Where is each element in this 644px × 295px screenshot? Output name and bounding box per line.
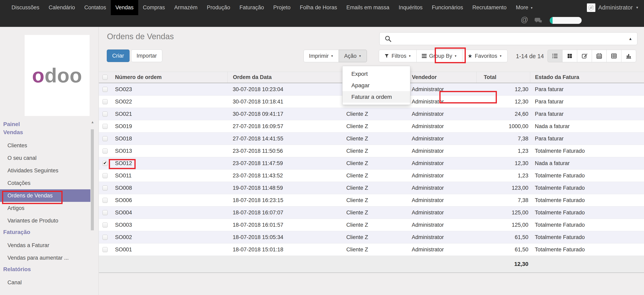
action-dropdown-menu: ExportApagarFaturar a ordem <box>342 66 410 105</box>
app-menu-item[interactable]: Discussões <box>7 0 44 15</box>
column-header-total[interactable]: Total <box>476 72 530 83</box>
table-row[interactable]: SO00418-07-2018 16:07:07Cliente ZAdminis… <box>99 206 644 219</box>
table-row[interactable]: SO00118-07-2018 15:01:18Cliente ZAdminis… <box>99 243 644 256</box>
salesperson-cell: Administrator <box>410 160 476 166</box>
row-checkbox[interactable] <box>102 198 108 203</box>
sidebar-scrollbar[interactable]: ▲ <box>91 120 94 295</box>
table-row[interactable]: SO01223-07-2018 11:47:59Cliente ZAdminis… <box>99 157 644 170</box>
sidebar-item[interactable]: Artigos <box>0 202 90 214</box>
action-menu-item[interactable]: Export <box>342 68 410 80</box>
sidebar-item[interactable]: Ordens de Vendas <box>0 189 90 202</box>
graph-view-button[interactable] <box>621 50 636 62</box>
invoice-status-cell: Totalmente Faturado <box>530 148 644 154</box>
table-row[interactable]: SO02130-07-2018 09:41:17Cliente ZAdminis… <box>99 108 644 120</box>
row-checkbox[interactable] <box>102 247 108 252</box>
column-header-invoice-status[interactable]: Estado da Fatura <box>530 72 644 83</box>
app-menu-item[interactable]: Produção <box>202 0 235 15</box>
row-checkbox[interactable] <box>102 149 108 154</box>
create-button[interactable]: Criar <box>107 50 130 62</box>
select-all-checkbox[interactable] <box>102 75 108 80</box>
app-menu-item[interactable]: Contatos <box>80 0 111 15</box>
row-checkbox[interactable] <box>102 185 108 191</box>
list-view-button[interactable] <box>548 50 562 62</box>
search-box[interactable]: ▲ <box>380 32 637 45</box>
sidebar-item[interactable]: Canal <box>0 276 90 289</box>
form-view-button[interactable] <box>577 50 592 62</box>
app-menu-item[interactable]: Vendas <box>111 0 138 15</box>
row-checkbox[interactable] <box>102 222 108 227</box>
filters-button[interactable]: Filtros▼ <box>379 50 416 62</box>
table-row[interactable]: SO00819-07-2018 11:48:59Cliente ZAdminis… <box>99 182 644 194</box>
sidebar-item[interactable]: Cotações <box>0 177 90 189</box>
table-row[interactable]: SO00218-07-2018 15:05:34Cliente ZAdminis… <box>99 231 644 243</box>
total-cell: 1,23 <box>518 148 530 154</box>
app-menu-item[interactable]: Emails em massa <box>342 0 394 15</box>
pager[interactable]: 1-14 de 14 <box>516 52 544 60</box>
user-menu[interactable]: Administrator ▼ <box>587 0 644 15</box>
form-view-icon <box>582 53 588 59</box>
progress-pill[interactable] <box>550 17 582 24</box>
app-menu-item[interactable]: Projeto <box>268 0 295 15</box>
action-button[interactable]: Ação▼ <box>339 50 367 62</box>
table-row[interactable]: SO01123-07-2018 11:43:52Cliente ZAdminis… <box>99 170 644 182</box>
row-checkbox[interactable] <box>102 235 108 240</box>
footer-total: 12,30 <box>514 261 530 267</box>
order-date-cell: 18-07-2018 16:07:07 <box>228 209 344 216</box>
column-header-number[interactable]: Número de ordem <box>111 72 228 83</box>
search-options-caret-icon[interactable]: ▲ <box>628 37 632 41</box>
app-menu-item[interactable]: Compras <box>138 0 170 15</box>
column-header-salesperson[interactable]: Vendedor <box>410 72 476 83</box>
favorites-button[interactable]: ★ Favoritos▼ <box>462 50 507 62</box>
mentions-icon[interactable]: @ <box>521 16 528 24</box>
row-checkbox[interactable] <box>102 124 108 129</box>
table-row[interactable]: SO00318-07-2018 16:01:57Cliente ZAdminis… <box>99 219 644 231</box>
order-date-cell: 18-07-2018 15:01:18 <box>228 246 344 253</box>
chat-icon[interactable] <box>534 17 542 25</box>
row-checkbox[interactable] <box>102 136 108 141</box>
kanban-view-icon <box>567 53 572 59</box>
action-menu-item[interactable]: Apagar <box>342 80 410 91</box>
sidebar-item[interactable]: Clientes <box>0 139 90 152</box>
print-button[interactable]: Imprimir▼ <box>304 50 339 62</box>
row-checkbox[interactable] <box>102 173 108 178</box>
salesperson-cell: Administrator <box>410 209 476 216</box>
app-menu-item[interactable]: Inquéritos <box>394 0 427 15</box>
row-checkbox[interactable] <box>102 210 108 215</box>
row-checkbox[interactable] <box>102 112 108 117</box>
table-row[interactable]: SO00618-07-2018 16:23:15Cliente ZAdminis… <box>99 194 644 206</box>
order-date-cell: 23-07-2018 11:50:56 <box>228 148 344 154</box>
app-menu-item[interactable]: Funcionários <box>427 0 468 15</box>
row-checkbox[interactable] <box>102 99 108 104</box>
table-row[interactable]: SO01323-07-2018 11:50:56Cliente ZAdminis… <box>99 145 644 157</box>
chevron-down-icon: ▼ <box>636 6 639 10</box>
group-by-button[interactable]: Group By▼ <box>416 50 462 62</box>
table-row[interactable]: SO01927-07-2018 16:09:57Cliente ZAdminis… <box>99 120 644 133</box>
column-header-date[interactable]: Ordem da Data <box>228 72 344 83</box>
import-button[interactable]: Importar <box>131 50 162 62</box>
row-checkbox[interactable] <box>102 87 108 92</box>
pivot-view-button[interactable] <box>606 50 622 62</box>
customer-cell: Cliente Z <box>344 209 410 216</box>
search-input[interactable] <box>395 36 628 42</box>
scrollbar-thumb[interactable] <box>91 129 94 230</box>
kanban-view-button[interactable] <box>562 50 577 62</box>
scroll-up-icon[interactable]: ▲ <box>91 120 94 124</box>
sidebar-item[interactable]: Atividades Seguintes <box>0 164 90 177</box>
sidebar-item[interactable]: Vendas a Faturar <box>0 239 90 251</box>
sidebar-item[interactable]: Vendas para aumentar ... <box>0 251 90 264</box>
calendar-view-button[interactable] <box>592 50 607 62</box>
app-menu-item[interactable]: Faturação <box>235 0 268 15</box>
action-menu-item[interactable]: Faturar a ordem <box>342 91 410 103</box>
graph-view-icon <box>626 53 632 59</box>
app-menu-item[interactable]: Recrutamento <box>468 0 511 15</box>
sidebar-item[interactable]: O seu canal <box>0 152 90 164</box>
invoice-status-cell: Totalmente Faturado <box>530 173 644 179</box>
sidebar-item[interactable]: Variantes de Produto <box>0 214 90 227</box>
app-menu-item[interactable]: Calendário <box>44 0 80 15</box>
table-row[interactable]: SO01827-07-2018 14:41:55Cliente ZAdminis… <box>99 133 644 145</box>
app-menu-item[interactable]: Folha de Horas <box>295 0 342 15</box>
app-menu-item[interactable]: Armazém <box>170 0 202 15</box>
salesperson-cell: Administrator <box>410 86 476 93</box>
row-checkbox[interactable] <box>102 161 108 166</box>
app-menu-more[interactable]: More▼ <box>511 0 538 15</box>
